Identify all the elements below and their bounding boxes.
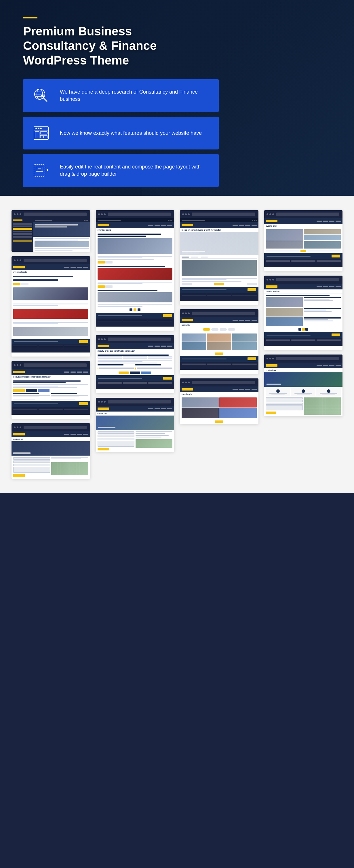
page-label: contact us	[96, 411, 174, 415]
screenshot-sidebar[interactable]	[11, 210, 90, 252]
screenshot-col-3: focus on core delivers growth for retail…	[180, 210, 258, 424]
svg-point-11	[40, 128, 41, 129]
screenshot-events-classic[interactable]: events classic	[11, 256, 90, 356]
feature-text-2: Now we know exactly what features should…	[60, 130, 202, 137]
screenshot-col-4: events grid	[264, 210, 343, 416]
svg-rect-13	[40, 132, 47, 134]
feature-card-3: Easily edit the real content and compose…	[23, 154, 219, 187]
page-label: events grid	[264, 224, 343, 228]
hero-accent-line	[23, 17, 37, 19]
hero-title: Premium Business Consultancy & Finance W…	[23, 24, 173, 68]
screenshot-job-detail[interactable]: deputy principal construction manager	[96, 335, 174, 393]
drag-drop-icon	[31, 160, 51, 181]
page-label: deputy principal construction manager	[11, 375, 90, 379]
svg-point-10	[38, 128, 39, 129]
feature-cards-list: We have done a deep research of Consulta…	[23, 79, 331, 187]
screenshot-portfolio[interactable]: portfolio	[180, 309, 258, 374]
screenshot-events-grid[interactable]: events grid	[264, 210, 343, 271]
screenshot-events-modern[interactable]: events modern	[264, 276, 343, 350]
svg-rect-14	[40, 135, 43, 138]
screenshot-contact-2[interactable]: contact us	[264, 354, 343, 416]
globe-search-icon	[31, 86, 51, 106]
browser-chrome	[96, 398, 174, 406]
feature-card-2: Now we know exactly what features should…	[23, 117, 219, 150]
page-label: events classic	[96, 228, 174, 232]
hero-section: Premium Business Consultancy & Finance W…	[0, 0, 354, 196]
svg-point-9	[36, 128, 37, 129]
page-label: deputy principal construction manager	[96, 349, 174, 353]
feature-text-1: We have done a deep research of Consulta…	[60, 88, 211, 103]
sidebar-layout-preview	[11, 218, 90, 252]
svg-rect-15	[44, 135, 47, 138]
browser-chrome	[11, 256, 90, 265]
browser-chrome	[264, 276, 343, 284]
screenshot-col-1: events classic	[11, 210, 90, 478]
browser-chrome	[264, 354, 343, 363]
globe-search-svg	[33, 87, 50, 104]
screenshot-focus[interactable]: focus on core delivers growth for retail…	[180, 210, 258, 305]
page-label: focus on core delivers growth for retail…	[180, 228, 258, 232]
screenshot-contact[interactable]: contact us	[11, 423, 90, 478]
screenshot-col-2: events classic	[96, 210, 174, 452]
drag-drop-svg	[33, 162, 50, 179]
page-label: contact us	[264, 368, 343, 372]
page-label: contact us	[11, 437, 90, 441]
browser-chrome	[11, 361, 90, 369]
browser-layout-svg	[33, 124, 50, 142]
browser-chrome	[180, 309, 258, 317]
browser-chrome	[96, 335, 174, 343]
svg-rect-12	[35, 132, 39, 138]
screenshot-blog[interactable]: events classic	[96, 210, 174, 331]
screenshot-job[interactable]: deputy principal construction manager	[11, 361, 90, 419]
browser-chrome	[264, 210, 343, 218]
feature-text-3: Easily edit the real content and compose…	[60, 163, 211, 178]
page-label: portfolio	[180, 323, 258, 327]
browser-chrome	[11, 210, 90, 218]
browser-chrome	[96, 210, 174, 218]
screenshot-events-grid-small[interactable]: events grid	[180, 378, 258, 424]
page-label: events modern	[264, 289, 343, 293]
page-label: events classic	[11, 270, 90, 274]
svg-rect-16	[34, 165, 45, 176]
feature-card-1: We have done a deep research of Consulta…	[23, 79, 219, 112]
screenshots-section: events classic	[0, 196, 354, 493]
browser-chrome	[180, 210, 258, 218]
browser-chrome	[180, 378, 258, 386]
hero-content: Premium Business Consultancy & Finance W…	[23, 17, 331, 187]
browser-layout-icon	[31, 123, 51, 143]
svg-line-5	[43, 98, 47, 101]
browser-chrome	[11, 423, 90, 431]
screenshot-contact-form[interactable]: contact us	[96, 398, 174, 452]
page-label: events grid	[180, 392, 258, 396]
